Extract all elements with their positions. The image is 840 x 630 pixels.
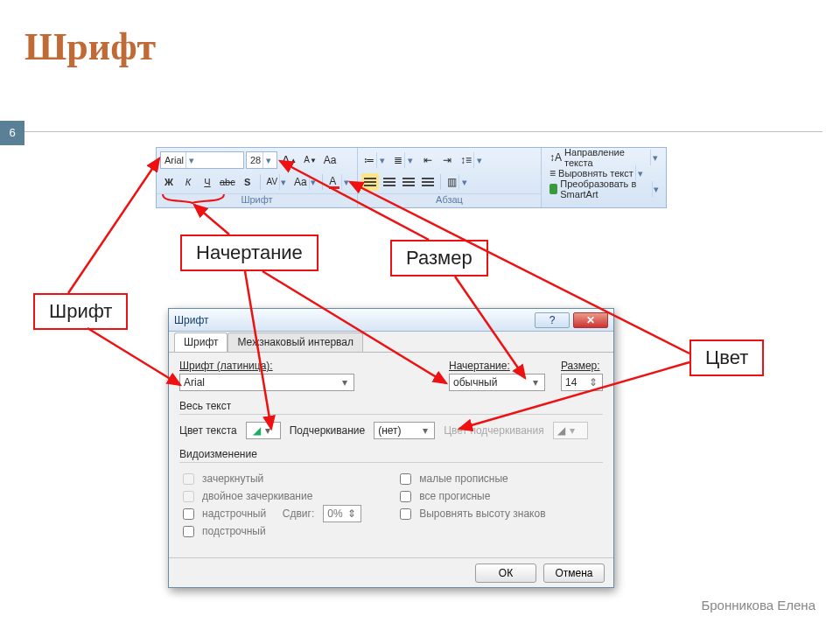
numbering-button[interactable]: ≣▾ bbox=[391, 151, 417, 169]
numbering-icon: ≣ bbox=[394, 155, 402, 165]
offset-spinner[interactable]: 0%⇕ bbox=[323, 505, 361, 522]
align-text-icon: ≡ bbox=[550, 168, 556, 178]
dialog-titlebar: Шрифт ? ✕ bbox=[169, 309, 613, 332]
change-case-button[interactable]: Aa▾ bbox=[291, 173, 318, 191]
font-size-spinner[interactable]: 14⇕ bbox=[561, 374, 603, 391]
strike-icon: abc bbox=[220, 177, 235, 187]
ribbon-paragraph-group: ≔▾ ≣▾ ⇤ ⇥ ↕≡▾ ▥▾ Абзац bbox=[358, 148, 542, 207]
italic-icon: К bbox=[186, 177, 191, 187]
bucket-icon: ◢ bbox=[253, 424, 261, 437]
underline-style-combo[interactable]: (нет)▾ bbox=[374, 422, 435, 439]
shrink-font-button[interactable]: A▼ bbox=[301, 151, 319, 169]
tab-char-spacing[interactable]: Межзнаковый интервал bbox=[228, 332, 363, 352]
columns-button[interactable]: ▥▾ bbox=[444, 173, 472, 191]
bucket-icon: ◢ bbox=[557, 424, 565, 437]
label: зачеркнутый bbox=[202, 472, 263, 485]
alltext-section-label: Весь текст bbox=[179, 400, 603, 412]
font-size-combo[interactable]: 28▾ bbox=[246, 151, 277, 169]
underline-color-label: Цвет подчеркивания bbox=[444, 424, 543, 437]
bullets-button[interactable]: ≔▾ bbox=[361, 151, 389, 169]
font-size-label: Размер: bbox=[561, 360, 600, 372]
chevron-down-icon: ▾ bbox=[262, 152, 273, 168]
strike-button[interactable]: abc bbox=[218, 173, 237, 191]
label: двойное зачеркивание bbox=[202, 490, 312, 502]
justify-button[interactable] bbox=[419, 173, 437, 191]
font-name-combo[interactable]: Arial▾ bbox=[160, 151, 244, 169]
chk-equalize[interactable]: Выровнять высоту знаков bbox=[396, 505, 545, 522]
align-right-icon bbox=[402, 181, 415, 183]
page-number-badge: 6 bbox=[0, 121, 24, 145]
text-direction-button[interactable]: ↕A Направление текста▾ bbox=[547, 150, 662, 164]
bold-icon: Ж bbox=[164, 177, 173, 187]
decrease-indent-button[interactable]: ⇤ bbox=[419, 151, 437, 169]
line-spacing-icon: ↕≡ bbox=[460, 155, 472, 165]
chk-subscript[interactable]: подстрочный bbox=[179, 522, 361, 540]
cancel-button[interactable]: Отмена bbox=[543, 564, 605, 583]
clear-formatting-button[interactable]: Aa bbox=[321, 151, 340, 169]
chevron-down-icon: ▾ bbox=[341, 174, 351, 190]
italic-button[interactable]: К bbox=[179, 173, 197, 191]
letter-a-down-icon: A bbox=[304, 156, 310, 164]
help-button[interactable]: ? bbox=[535, 312, 570, 328]
smartart-icon bbox=[550, 184, 557, 194]
label: Выровнять высоту знаков bbox=[419, 508, 545, 520]
label: подстрочный bbox=[202, 525, 266, 537]
chk-strike[interactable]: зачеркнутый bbox=[179, 470, 361, 487]
chk-allcaps[interactable]: все прогисные bbox=[396, 487, 545, 505]
align-left-icon bbox=[364, 181, 376, 183]
font-dialog: Шрифт ? ✕ Шрифт Межзнаковый интервал Шри… bbox=[168, 308, 614, 588]
case-icon: Aa bbox=[294, 177, 307, 187]
font-size-value: 28 bbox=[250, 155, 261, 165]
align-right-button[interactable] bbox=[400, 173, 417, 191]
underline-style-label: Подчеркивание bbox=[290, 424, 366, 437]
label: Преобразовать в SmartArt bbox=[560, 178, 649, 200]
chk-double-strike[interactable]: двойное зачеркивание bbox=[179, 487, 361, 505]
columns-icon: ▥ bbox=[447, 177, 457, 187]
underline-button[interactable]: Ч bbox=[199, 173, 216, 191]
font-color-button[interactable]: A▾ bbox=[326, 173, 354, 191]
bold-button[interactable]: Ж bbox=[160, 173, 178, 191]
grow-font-button[interactable]: A▲ bbox=[279, 151, 299, 169]
text-color-picker[interactable]: ◢▾ bbox=[246, 422, 281, 439]
label: надстрочный bbox=[202, 508, 266, 520]
ok-button[interactable]: ОК bbox=[475, 564, 536, 583]
group-caption: Абзац bbox=[358, 193, 541, 206]
callout-color: Цвет bbox=[690, 340, 764, 376]
chevron-down-icon: ▾ bbox=[340, 374, 350, 390]
font-latin-combo[interactable]: Arial▾ bbox=[179, 374, 354, 391]
label: малые прописные bbox=[419, 472, 508, 485]
separator bbox=[260, 174, 261, 190]
chk-smallcaps[interactable]: малые прописные bbox=[396, 470, 545, 487]
char-spacing-button[interactable]: AV▾ bbox=[264, 173, 290, 191]
value: 14 bbox=[565, 376, 586, 388]
chk-superscript[interactable]: надстрочный Сдвиг: 0%⇕ bbox=[179, 505, 361, 522]
align-left-button[interactable] bbox=[361, 173, 379, 191]
close-button[interactable]: ✕ bbox=[573, 312, 608, 328]
dialog-title: Шрифт bbox=[174, 314, 208, 326]
align-center-button[interactable] bbox=[381, 173, 398, 191]
font-style-combo[interactable]: обычный▾ bbox=[449, 374, 545, 391]
text-direction-icon: ↕A bbox=[550, 152, 562, 163]
slide-title: Шрифт bbox=[24, 28, 156, 66]
underline-color-picker: ◢▾ bbox=[553, 422, 588, 439]
font-latin-label: Шрифт (латиница): bbox=[179, 360, 273, 372]
align-center-icon bbox=[383, 181, 396, 183]
ribbon: Arial▾ 28▾ A▲ A▼ Aa Ж К Ч abc S AV▾ Aa▾ … bbox=[156, 147, 667, 208]
spinner-icon: ⇕ bbox=[588, 374, 598, 390]
label: Выровнять текст bbox=[558, 168, 634, 178]
line-spacing-button[interactable]: ↕≡▾ bbox=[458, 151, 486, 169]
increase-indent-button[interactable]: ⇥ bbox=[438, 151, 456, 169]
shadow-icon: S bbox=[244, 177, 250, 187]
ribbon-font-group: Arial▾ 28▾ A▲ A▼ Aa Ж К Ч abc S AV▾ Aa▾ … bbox=[157, 148, 358, 207]
font-style-label: Начертание: bbox=[449, 360, 510, 372]
tab-font[interactable]: Шрифт bbox=[174, 332, 228, 352]
chevron-down-icon: ▾ bbox=[309, 174, 317, 190]
callout-font: Шрифт bbox=[33, 293, 128, 330]
mods-section-label: Видоизменение bbox=[179, 448, 603, 460]
author-label: Бронникова Елена bbox=[701, 598, 816, 612]
font-name-value: Arial bbox=[164, 155, 184, 165]
shadow-button[interactable]: S bbox=[239, 173, 256, 191]
smartart-button[interactable]: Преобразовать в SmartArt▾ bbox=[547, 182, 662, 196]
help-icon: ? bbox=[550, 314, 556, 326]
dialog-tabs: Шрифт Межзнаковый интервал bbox=[169, 332, 613, 353]
